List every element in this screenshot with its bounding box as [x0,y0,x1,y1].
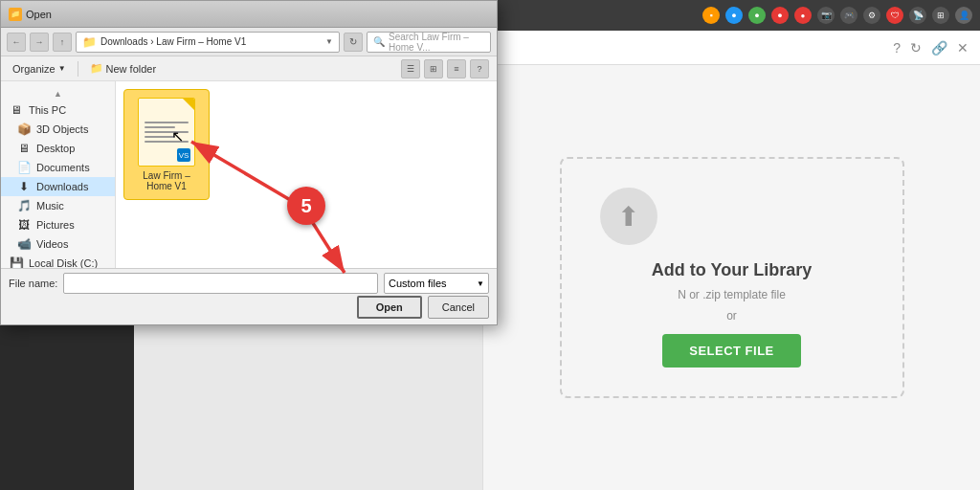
new-folder-icon: 📁 [90,62,103,75]
step-number: 5 [301,195,311,217]
dialog-up-btn[interactable]: ↑ [53,33,72,52]
organize-button[interactable]: Organize ▼ [9,61,70,77]
browser-icon-3: ● [748,7,766,24]
nav-item-thispc[interactable]: 🖥 This PC [1,100,115,120]
browser-icon-4: ● [771,7,789,24]
nav-label-pictures: Pictures [36,219,75,231]
nav-label-music: Music [36,200,64,212]
browser-icon-5: ● [794,7,812,24]
view-controls: ☰ ⊞ ≡ ? [401,59,489,78]
annotation-step-5: 5 [287,187,325,225]
nav-scroll-up[interactable]: ▲ [1,87,115,100]
upload-or: or [600,309,864,323]
nav-label-documents: Documents [36,162,90,173]
upload-subtitle: N or .zip template file [600,288,864,301]
file-line-2 [145,126,175,128]
dialog-refresh-btn[interactable]: ↻ [344,33,363,52]
dialog-back-btn[interactable]: ← [7,33,26,52]
link-icon[interactable]: 🔗 [931,40,947,56]
dialog-cancel-button[interactable]: Cancel [428,296,489,319]
filetype-select[interactable]: Custom files ▼ [384,273,489,294]
dialog-action-row: Open Cancel [9,296,489,319]
toolbar-separator [78,61,78,77]
dialog-forward-btn[interactable]: → [30,33,49,52]
nav-label-videos: Videos [36,238,68,250]
nav-label-thispc: This PC [29,104,66,116]
browser-icon-2: ● [725,7,743,24]
browser-icon-7: 🎮 [840,7,858,24]
filetype-label: Custom files [389,278,447,289]
nav-icon-3dobjects: 📦 [16,122,32,136]
view-list-btn[interactable]: ☰ [401,59,420,78]
path-text: Downloads › Law Firm – Home V1 [100,36,246,47]
help-dialog-btn[interactable]: ? [470,59,489,78]
dialog-nav-panel: ▲ 🖥 This PC 📦 3D Objects 🖥 Desktop 📄 Doc… [1,81,116,268]
filename-input[interactable] [63,273,378,294]
nav-label-3dobjects: 3D Objects [36,123,88,135]
nav-item-localdisk[interactable]: 💾 Local Disk (C:) [1,254,115,268]
file-line-1 [145,122,189,123]
path-dropdown-icon: ▼ [325,37,333,46]
library-panel-header: ? ↻ 🔗 ✕ [483,31,980,65]
nav-icon-music: 🎵 [16,199,32,212]
view-details-btn[interactable]: ≡ [447,59,466,78]
dialog-title: Open [26,9,489,20]
select-file-button[interactable]: SELECT FILE [662,334,801,368]
browser-window: ← → ↑ 📁 Downloads › Law Firm – Home V1 ▼… [0,0,980,490]
library-panel: ? ↻ 🔗 ✕ ⬆ Add to Your Library N or .zip … [482,31,980,490]
nav-item-videos[interactable]: 📹 Videos [1,234,115,254]
file-label: Law Firm – Home V1 [132,170,201,191]
nav-item-pictures[interactable]: 🖼 Pictures [1,215,115,234]
nav-icon-localdisk: 💾 [9,256,24,268]
new-folder-label: New folder [106,63,157,75]
dialog-search[interactable]: 🔍 Search Law Firm – Home V... [367,32,491,53]
help-icon[interactable]: ? [893,40,901,56]
new-folder-button[interactable]: 📁 New folder [86,60,161,77]
browser-icon-8: ⚙ [863,7,880,24]
browser-icon-6: 📷 [817,7,835,24]
nav-icon-pictures: 🖼 [16,218,32,232]
organize-label: Organize [12,63,56,75]
nav-label-localdisk: Local Disk (C:) [29,257,98,268]
browser-icon-9: 🛡 [886,7,903,24]
filename-row: File name: Custom files ▼ [9,273,489,294]
browser-icon-10: 📡 [909,7,926,24]
dialog-path[interactable]: 📁 Downloads › Law Firm – Home V1 ▼ [76,32,340,53]
nav-item-desktop[interactable]: 🖥 Desktop [1,139,115,158]
nav-item-downloads[interactable]: ⬇ Downloads [1,177,115,196]
browser-icon-bar: ▪ ● ● ● ● 📷 🎮 ⚙ 🛡 📡 ⊞ 👤 [702,7,972,24]
upload-title: Add to Your Library [600,260,864,280]
dialog-addressbar: ← → ↑ 📁 Downloads › Law Firm – Home V1 ▼… [1,28,497,56]
dialog-app-icon: 📁 [9,8,22,21]
upload-area: ⬆ Add to Your Library N or .zip template… [560,157,904,398]
nav-item-documents[interactable]: 📄 Documents [1,158,115,177]
dialog-open-button[interactable]: Open [357,296,422,319]
filename-label: File name: [9,278,57,289]
view-grid-btn[interactable]: ⊞ [424,59,443,78]
nav-icon-thispc: 🖥 [9,103,24,117]
nav-icon-videos: 📹 [16,237,32,251]
refresh-icon[interactable]: ↻ [910,40,922,56]
nav-label-downloads: Downloads [36,181,88,192]
file-line-5 [145,141,189,143]
file-lines [139,114,194,150]
file-icon-large: VS [138,98,195,167]
library-content: ⬆ Add to Your Library N or .zip template… [483,65,980,490]
dialog-body: ▲ 🖥 This PC 📦 3D Objects 🖥 Desktop 📄 Doc… [1,81,497,268]
browser-icon-11: ⊞ [932,7,949,24]
close-icon[interactable]: ✕ [957,40,969,56]
upload-icon: ⬆ [600,188,657,245]
nav-item-3dobjects[interactable]: 📦 3D Objects [1,120,115,139]
dialog-search-icon: 🔍 [373,36,385,47]
organize-chevron: ▼ [58,64,66,73]
nav-item-music[interactable]: 🎵 Music [1,196,115,215]
dialog-bottom: File name: Custom files ▼ Open Cancel [1,268,497,324]
dialog-search-placeholder: Search Law Firm – Home V... [389,32,484,53]
browser-icon-1: ▪ [702,7,720,24]
nav-label-desktop: Desktop [36,143,75,154]
nav-icon-downloads: ⬇ [16,180,32,193]
vscode-badge: VS [177,148,190,162]
dialog-main-area: VS Law Firm – Home V1 ↖ [116,81,497,268]
file-item-lawfirm[interactable]: VS Law Firm – Home V1 [123,89,210,200]
browser-icon-12: 👤 [955,7,972,24]
